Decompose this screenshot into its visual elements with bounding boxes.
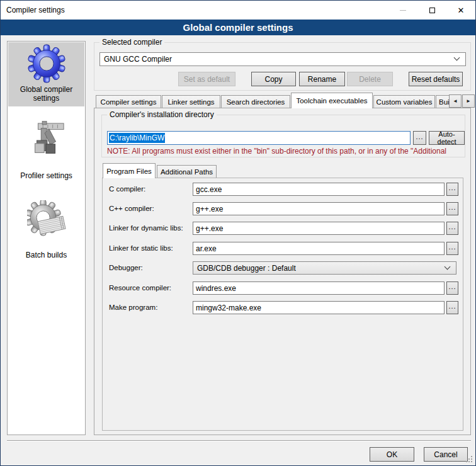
cpp-compiler-input[interactable] xyxy=(193,202,445,215)
tab-scroll-left-button[interactable]: ◄ xyxy=(449,94,462,108)
sidebar-item-label: Global compiler settings xyxy=(9,85,83,103)
subtab-additional-paths[interactable]: Additional Paths xyxy=(157,165,217,178)
field-row-static-linker: Linker for static libs: ... xyxy=(103,242,463,256)
resource-compiler-input[interactable] xyxy=(193,281,445,295)
bin-subdirectory-note: NOTE: All programs must exist either in … xyxy=(107,147,461,156)
selected-compiler-value: GNU GCC Compiler xyxy=(104,55,172,64)
close-button[interactable]: ✕ xyxy=(446,1,475,20)
sidebar-item-profiler-settings[interactable]: Profiler settings xyxy=(8,117,84,181)
selected-compiler-combobox[interactable]: GNU GCC Compiler xyxy=(99,52,466,66)
field-row-make-program: Make program: ... xyxy=(103,301,463,315)
sidebar-item-batch-builds[interactable]: Batch builds xyxy=(8,196,84,261)
dynamic-linker-label: Linker for dynamic libs: xyxy=(109,224,183,232)
auto-detect-button[interactable]: Auto-detect xyxy=(429,131,465,145)
c-compiler-label: C compiler: xyxy=(109,185,145,193)
field-row-c-compiler: C compiler: ... xyxy=(103,183,463,196)
arrow-right-icon: ► xyxy=(466,98,471,104)
titlebar[interactable]: Compiler settings ✕ xyxy=(1,1,475,20)
resource-compiler-browse-button[interactable]: ... xyxy=(446,281,458,295)
sidebar-item-label: Profiler settings xyxy=(9,171,83,180)
installation-directory-input[interactable]: C:\raylib\MinGW xyxy=(107,131,411,145)
cpp-compiler-browse-button[interactable]: ... xyxy=(446,202,458,215)
compiler-settings-dialog: Compiler settings ✕ Global compiler sett… xyxy=(0,0,476,466)
program-files-panel: C compiler: ... C++ compiler: ... Linker… xyxy=(102,178,463,431)
dynamic-linker-input[interactable] xyxy=(193,222,445,235)
copy-button[interactable]: Copy xyxy=(251,72,296,86)
window-title: Compiler settings xyxy=(6,1,65,20)
make-program-input[interactable] xyxy=(193,301,445,314)
static-linker-browse-button[interactable]: ... xyxy=(446,242,458,255)
rename-button[interactable]: Rename xyxy=(299,72,345,86)
field-row-dynamic-linker: Linker for dynamic libs: ... xyxy=(103,222,463,236)
make-program-label: Make program: xyxy=(109,304,157,311)
tab-linker-settings[interactable]: Linker settings xyxy=(162,95,220,108)
debugger-value: GDB/CDB debugger : Default xyxy=(197,264,296,273)
selected-compiler-group: Selected compiler GNU GCC Compiler Set a… xyxy=(94,42,471,91)
tab-custom-variables[interactable]: Custom variables xyxy=(373,95,435,108)
chevron-down-icon xyxy=(445,263,451,270)
field-row-cpp-compiler: C++ compiler: ... xyxy=(103,202,463,216)
maximize-icon xyxy=(429,8,435,13)
minimize-icon xyxy=(400,10,406,11)
browse-directory-button[interactable]: ... xyxy=(413,131,426,145)
chevron-down-icon xyxy=(454,55,460,61)
resize-grip[interactable] xyxy=(471,461,472,462)
make-program-browse-button[interactable]: ... xyxy=(446,301,458,314)
tab-toolchain-executables[interactable]: Toolchain executables xyxy=(291,93,373,108)
minimize-button[interactable] xyxy=(388,1,417,20)
gray-gear-papers-icon xyxy=(27,200,66,239)
delete-button[interactable]: Delete xyxy=(347,72,393,86)
installation-directory-selected-text: C:\raylib\MinGW xyxy=(109,133,165,143)
cpp-compiler-label: C++ compiler: xyxy=(109,205,154,212)
dynamic-linker-browse-button[interactable]: ... xyxy=(446,222,458,235)
settings-category-list: Global compiler settings Profiler settin… xyxy=(7,41,86,435)
static-linker-label: Linker for static libs: xyxy=(109,244,173,252)
installation-directory-group: Compiler's installation directory C:\ray… xyxy=(101,115,465,157)
tab-build-options-clipped[interactable]: Build xyxy=(436,95,449,108)
debugger-combobox[interactable]: GDB/CDB debugger : Default xyxy=(193,261,456,275)
sidebar-item-global-compiler-settings[interactable]: Global compiler settings xyxy=(8,42,84,106)
maximize-button[interactable] xyxy=(417,1,446,20)
caliper-blocks-icon xyxy=(27,121,66,160)
footer-divider xyxy=(7,440,471,441)
toolchain-executables-panel: Compiler's installation directory C:\ray… xyxy=(94,108,471,435)
set-as-default-button[interactable]: Set as default xyxy=(178,72,235,86)
selected-compiler-group-label: Selected compiler xyxy=(99,38,164,47)
tab-scroll-right-button[interactable]: ► xyxy=(462,94,475,108)
tab-compiler-settings[interactable]: Compiler settings xyxy=(96,95,161,108)
resource-compiler-label: Resource compiler: xyxy=(109,284,171,292)
blue-gear-icon xyxy=(27,44,66,83)
arrow-left-icon: ◄ xyxy=(453,98,458,104)
subtab-program-files[interactable]: Program Files xyxy=(103,163,156,178)
reset-defaults-button[interactable]: Reset defaults xyxy=(409,72,463,86)
cancel-button[interactable]: Cancel xyxy=(424,447,468,462)
ok-button[interactable]: OK xyxy=(370,447,414,462)
close-icon: ✕ xyxy=(458,6,465,14)
c-compiler-input[interactable] xyxy=(193,183,445,196)
installation-directory-group-label: Compiler's installation directory xyxy=(107,110,217,120)
sidebar-item-label: Batch builds xyxy=(9,251,83,259)
page-title: Global compiler settings xyxy=(1,20,475,35)
debugger-label: Debugger: xyxy=(109,264,143,271)
field-row-debugger: Debugger: GDB/CDB debugger : Default xyxy=(103,261,463,275)
tab-search-directories[interactable]: Search directories xyxy=(221,95,290,108)
field-row-resource-compiler: Resource compiler: ... xyxy=(103,281,463,295)
c-compiler-browse-button[interactable]: ... xyxy=(446,183,458,196)
static-linker-input[interactable] xyxy=(193,242,445,255)
